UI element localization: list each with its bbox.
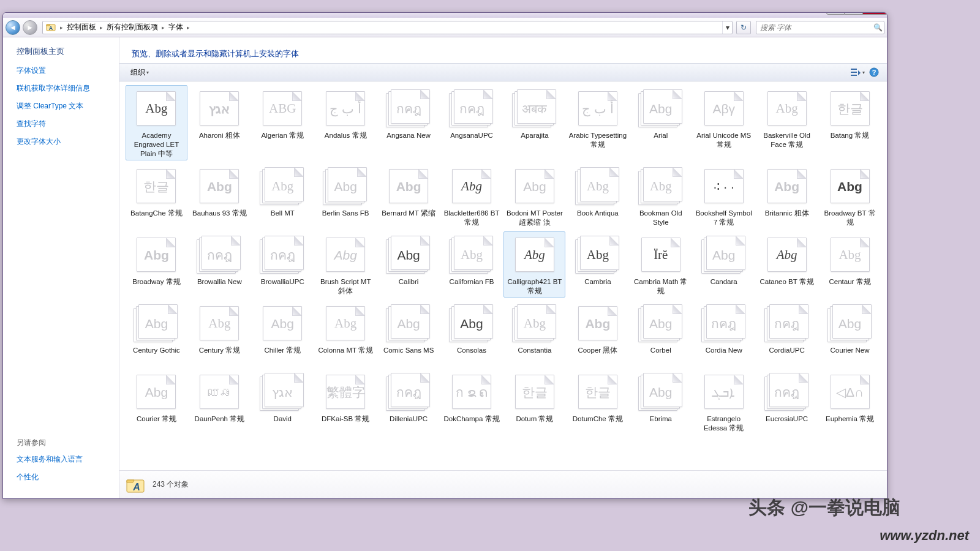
font-item[interactable]: AbgBroadway BT 常规 <box>819 163 881 229</box>
font-item[interactable]: AbgBernard MT 紧缩 <box>378 163 440 229</box>
font-item[interactable]: AbgBauhaus 93 常规 <box>189 163 251 229</box>
font-item[interactable]: AbgCambria <box>567 231 628 298</box>
font-item[interactable]: אגץDavid <box>252 369 314 435</box>
font-label: Corbel <box>650 346 671 364</box>
sidebar-online-font-info[interactable]: 联机获取字体详细信息 <box>17 83 119 94</box>
font-item[interactable]: AbgCourier New <box>819 300 881 366</box>
font-thumb: Abg <box>322 234 369 275</box>
font-item[interactable]: AbgCooper 黑体 <box>567 300 628 366</box>
minimize-button[interactable]: ─ <box>826 12 845 15</box>
font-thumb: Abg <box>637 372 685 412</box>
font-item[interactable]: AbgConsolas <box>441 300 503 366</box>
font-item[interactable]: AbgArial <box>630 85 692 160</box>
search-box[interactable]: 🔍 <box>756 21 884 34</box>
font-item[interactable]: AbgCalibri <box>378 231 440 298</box>
nav-back-button[interactable]: ◄ <box>6 20 20 35</box>
view-button[interactable] <box>849 66 862 78</box>
font-thumb: أ ب ج <box>322 88 369 129</box>
font-item[interactable]: กคฎAngsana New <box>378 85 440 160</box>
font-item[interactable]: AbgColonna MT 常规 <box>315 300 377 366</box>
font-item[interactable]: AbgCalligraph421 BT 常规 <box>503 231 565 298</box>
font-item[interactable]: 한글DotumChe 常规 <box>567 369 628 435</box>
address-bar[interactable]: A ▸ 控制面板 ▸ 所有控制面板项 ▸ 字体 ▸ ▾ <box>42 21 733 34</box>
font-thumb: Abg <box>763 166 811 206</box>
organize-button[interactable]: 组织 ▾ <box>126 66 154 79</box>
font-item[interactable]: 한글Dotum 常规 <box>503 369 565 435</box>
font-item[interactable]: AbgBell MT <box>252 163 314 229</box>
font-thumb: Ïrĕ <box>637 234 685 275</box>
font-item[interactable]: AbgBaskerville Old Face 常规 <box>756 85 818 160</box>
font-item[interactable]: أ ب جArabic Typesetting 常规 <box>567 85 628 160</box>
crumb-control-panel[interactable]: 控制面板 <box>64 21 99 34</box>
sidebar-cleartype[interactable]: 调整 ClearType 文本 <box>17 101 119 111</box>
font-item[interactable]: AbgCentury Gothic <box>126 300 187 366</box>
font-thumb: Abg <box>132 234 180 275</box>
font-item[interactable]: AbgBookman Old Style <box>630 163 692 229</box>
font-item[interactable]: ឈឆDaunPenh 常规 <box>189 369 251 435</box>
font-item[interactable]: AbgBodoni MT Poster 超紧缩 淡 <box>503 163 565 229</box>
font-item[interactable]: AbgEbrima <box>630 369 692 435</box>
font-item[interactable]: ÏrĕCambria Math 常规 <box>630 231 692 298</box>
font-item[interactable]: AbgChiller 常规 <box>252 300 314 366</box>
chevron-down-icon[interactable]: ▾ <box>862 70 865 75</box>
font-item[interactable]: ܐܒܓEstrangelo Edessa 常规 <box>693 369 755 435</box>
font-label: Baskerville Old Face 常规 <box>758 131 816 149</box>
font-item[interactable]: AbgBritannic 粗体 <box>756 163 818 229</box>
font-item[interactable]: 繁體字DFKai-SB 常规 <box>315 369 377 435</box>
font-item[interactable]: AbgComic Sans MS <box>378 300 440 366</box>
font-item[interactable]: AbgBerlin Sans FB <box>315 163 377 229</box>
nav-forward-button[interactable]: ► <box>23 20 37 35</box>
font-item[interactable]: ก ຂ ຄDokChampa 常规 <box>441 369 503 435</box>
font-item[interactable]: 한글BatangChe 常规 <box>126 163 187 229</box>
font-item[interactable]: กคฎBrowallia New <box>189 231 251 298</box>
font-item[interactable]: AbgCataneo BT 常规 <box>756 231 818 298</box>
page-heading: 预览、删除或者显示和隐藏计算机上安装的字体 <box>119 37 887 63</box>
font-item[interactable]: 한글Batang 常规 <box>819 85 881 160</box>
sidebar-font-settings[interactable]: 字体设置 <box>17 66 119 76</box>
search-input[interactable] <box>756 23 872 32</box>
font-item[interactable]: ∙∶ ∙ ∙Bookshelf Symbol 7 常规 <box>693 163 755 229</box>
font-item[interactable]: AbgCalifornian FB <box>441 231 503 298</box>
sidebar-change-size[interactable]: 更改字体大小 <box>17 137 119 147</box>
font-item[interactable]: AbgBroadway 常规 <box>126 231 187 298</box>
font-item[interactable]: กคฎBrowalliaUPC <box>252 231 314 298</box>
help-button[interactable]: ? <box>867 66 881 78</box>
font-item[interactable]: กคฎAngsanaUPC <box>441 85 503 160</box>
font-thumb: ABG <box>258 88 306 129</box>
font-item[interactable]: AbgCentaur 常规 <box>819 231 881 298</box>
font-item[interactable]: กคฎCordia New <box>693 300 755 366</box>
font-item[interactable]: AbgCourier 常规 <box>126 369 187 435</box>
font-item[interactable]: ◁Δ∩Euphemia 常规 <box>819 369 881 435</box>
font-thumb: 繁體字 <box>322 372 369 412</box>
font-label: Broadway BT 常规 <box>821 209 879 227</box>
address-dropdown-button[interactable]: ▾ <box>722 21 732 34</box>
close-button[interactable]: ✕ <box>863 12 888 15</box>
crumb-all-items[interactable]: 所有控制面板项 <box>104 21 160 34</box>
font-label: Algerian 常规 <box>262 131 304 149</box>
font-item[interactable]: AβγArial Unicode MS 常规 <box>693 85 755 160</box>
font-item[interactable]: AbgCentury 常规 <box>189 300 251 366</box>
font-item[interactable]: AbgBrush Script MT 斜体 <box>315 231 377 298</box>
search-icon[interactable]: 🔍 <box>872 23 884 32</box>
font-item[interactable]: กคฎEucrosiaUPC <box>756 369 818 435</box>
chevron-down-icon: ▾ <box>146 70 149 75</box>
crumb-fonts[interactable]: 字体 <box>166 21 186 34</box>
font-label: Britannic 粗体 <box>765 209 809 227</box>
font-item[interactable]: AbgBlackletter686 BT 常规 <box>441 163 503 229</box>
refresh-button[interactable]: ↻ <box>736 21 751 34</box>
font-item[interactable]: أ ب جAndalus 常规 <box>315 85 377 160</box>
font-item[interactable]: AbgConstantia <box>503 300 565 366</box>
sidebar-find-char[interactable]: 查找字符 <box>17 119 119 129</box>
maximize-button[interactable]: ☐ <box>845 12 863 15</box>
font-item[interactable]: AbgAcademy Engraved LET Plain 中等 <box>126 85 187 160</box>
font-item[interactable]: กคฎCordiaUPC <box>756 300 818 366</box>
sidebar-personalize[interactable]: 个性化 <box>17 472 119 482</box>
font-item[interactable]: AbgBook Antiqua <box>567 163 628 229</box>
font-item[interactable]: अबकAparajita <box>503 85 565 160</box>
font-item[interactable]: AbgCorbel <box>630 300 692 366</box>
font-item[interactable]: กคฎDilleniaUPC <box>378 369 440 435</box>
font-item[interactable]: AbgCandara <box>693 231 755 298</box>
font-item[interactable]: ABGAlgerian 常规 <box>252 85 314 160</box>
sidebar-text-services[interactable]: 文本服务和输入语言 <box>17 454 119 465</box>
font-item[interactable]: אגץAharoni 粗体 <box>189 85 251 160</box>
